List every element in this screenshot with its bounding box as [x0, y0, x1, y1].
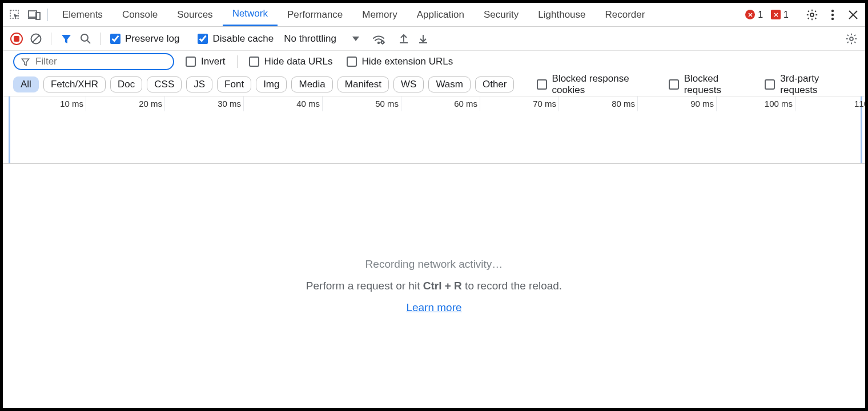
issue-icon	[771, 10, 781, 19]
chip-css[interactable]: CSS	[147, 76, 182, 92]
error-count: 1	[758, 10, 763, 20]
tick-label: 20 ms	[139, 99, 164, 108]
filter-input[interactable]	[35, 56, 166, 67]
tick-label: 90 ms	[690, 99, 716, 108]
record-button[interactable]	[9, 31, 25, 47]
tab-elements[interactable]: Elements	[53, 3, 112, 26]
resource-type-bar: All Fetch/XHR Doc CSS JS Font Img Media …	[3, 72, 865, 96]
invert-checkbox[interactable]: Invert	[183, 56, 228, 67]
checkbox-icon	[669, 79, 679, 90]
disable-cache-label: Disable cache	[212, 33, 274, 45]
tick-label: 100 ms	[765, 99, 795, 108]
svg-point-4	[831, 9, 834, 11]
chip-ws[interactable]: WS	[393, 76, 424, 92]
chip-doc[interactable]: Doc	[110, 76, 142, 92]
kebab-menu-icon[interactable]	[823, 5, 842, 25]
settings-icon[interactable]	[802, 5, 822, 25]
tab-performance[interactable]: Performance	[278, 3, 352, 26]
empty-state: Recording network activity… Perform a re…	[3, 164, 865, 408]
inspect-element-icon[interactable]	[5, 5, 25, 25]
divider	[47, 9, 48, 21]
tick-label: 80 ms	[612, 99, 637, 108]
tab-sources[interactable]: Sources	[167, 3, 222, 26]
hide-data-label: Hide data URLs	[264, 56, 333, 67]
chip-manifest[interactable]: Manifest	[337, 76, 389, 92]
checkbox-icon	[765, 79, 775, 90]
issues-indicator[interactable]: 1	[767, 10, 792, 20]
svg-point-3	[810, 13, 814, 17]
preserve-log-input[interactable]	[110, 34, 120, 44]
third-party-label: 3rd-party requests	[780, 73, 853, 96]
timeline-labels: 10 ms 20 ms 30 ms 40 ms 50 ms 60 ms 70 m…	[3, 96, 865, 111]
tab-console[interactable]: Console	[112, 3, 167, 26]
invert-label: Invert	[201, 56, 226, 67]
hint-pre: Perform a request or hit	[306, 280, 423, 292]
blocked-cookies-label: Blocked response cookies	[552, 73, 656, 96]
device-toolbar-icon[interactable]	[25, 5, 44, 25]
throttling-value: No throttling	[284, 33, 336, 45]
svg-point-5	[831, 13, 834, 15]
tab-lighthouse[interactable]: Lighthouse	[528, 3, 595, 26]
error-indicator[interactable]: 1	[742, 10, 766, 20]
hide-extension-urls-checkbox[interactable]: Hide extension URLs	[344, 56, 456, 67]
error-icon	[745, 10, 755, 19]
chip-js[interactable]: JS	[186, 76, 212, 92]
divider	[101, 33, 101, 45]
chip-wasm[interactable]: Wasm	[428, 76, 471, 92]
blocked-cookies-checkbox[interactable]: Blocked response cookies	[535, 73, 658, 96]
learn-more-link[interactable]: Learn more	[406, 301, 461, 314]
preserve-log-checkbox[interactable]: Preserve log	[108, 33, 182, 45]
tick-label: 40 ms	[296, 99, 322, 108]
tab-security[interactable]: Security	[474, 3, 528, 26]
blocked-requests-label: Blocked requests	[684, 73, 753, 96]
divider	[237, 55, 238, 68]
chip-font[interactable]: Font	[217, 76, 251, 92]
clear-button[interactable]	[28, 31, 44, 47]
import-har-icon[interactable]	[415, 31, 431, 47]
empty-title: Recording network activity…	[365, 258, 503, 271]
hide-data-urls-checkbox[interactable]: Hide data URLs	[247, 56, 335, 67]
svg-point-8	[81, 34, 88, 41]
chip-img[interactable]: Img	[256, 76, 287, 92]
network-conditions-icon[interactable]	[371, 31, 387, 47]
tick-label: 60 ms	[454, 99, 480, 108]
filter-input-wrap[interactable]	[13, 53, 174, 70]
tab-recorder[interactable]: Recorder	[596, 3, 655, 26]
chip-fetch-xhr[interactable]: Fetch/XHR	[43, 76, 106, 92]
svg-point-9	[378, 42, 379, 43]
chip-all[interactable]: All	[13, 76, 39, 92]
third-party-checkbox[interactable]: 3rd-party requests	[762, 73, 855, 96]
filter-toggle-icon[interactable]	[58, 31, 74, 47]
filter-bar: Invert Hide data URLs Hide extension URL…	[3, 51, 865, 72]
tick-label: 10 ms	[60, 99, 86, 108]
chip-other[interactable]: Other	[475, 76, 515, 92]
tick-label: 30 ms	[218, 99, 243, 108]
network-toolbar: Preserve log Disable cache No throttling	[3, 27, 865, 51]
throttling-select[interactable]: No throttling	[284, 33, 359, 45]
tab-memory[interactable]: Memory	[352, 3, 407, 26]
close-icon[interactable]	[843, 5, 863, 25]
checkbox-icon	[537, 79, 547, 90]
svg-rect-1	[29, 11, 37, 17]
panel-tabs: Elements Console Sources Network Perform…	[53, 3, 654, 26]
tab-application[interactable]: Application	[407, 3, 474, 26]
issues-count: 1	[783, 10, 789, 20]
panel-settings-icon[interactable]	[843, 31, 859, 47]
checkbox-icon	[347, 57, 357, 67]
preserve-log-label: Preserve log	[125, 33, 179, 45]
disable-cache-checkbox[interactable]: Disable cache	[195, 33, 276, 45]
export-har-icon[interactable]	[396, 31, 412, 47]
dropdown-icon	[352, 37, 359, 41]
empty-hint: Perform a request or hit Ctrl + R to rec…	[306, 280, 562, 292]
chip-media[interactable]: Media	[291, 76, 332, 92]
disable-cache-input[interactable]	[198, 34, 208, 44]
overview-timeline[interactable]: 10 ms 20 ms 30 ms 40 ms 50 ms 60 ms 70 m…	[3, 96, 865, 164]
tab-network[interactable]: Network	[223, 3, 278, 26]
search-icon[interactable]	[78, 31, 94, 47]
hint-key: Ctrl + R	[423, 280, 462, 292]
hint-post: to record the reload.	[462, 280, 562, 292]
blocked-requests-checkbox[interactable]: Blocked requests	[666, 73, 755, 96]
svg-point-11	[850, 37, 853, 41]
tick-label: 70 ms	[533, 99, 558, 108]
tick-label: 110	[854, 99, 865, 108]
